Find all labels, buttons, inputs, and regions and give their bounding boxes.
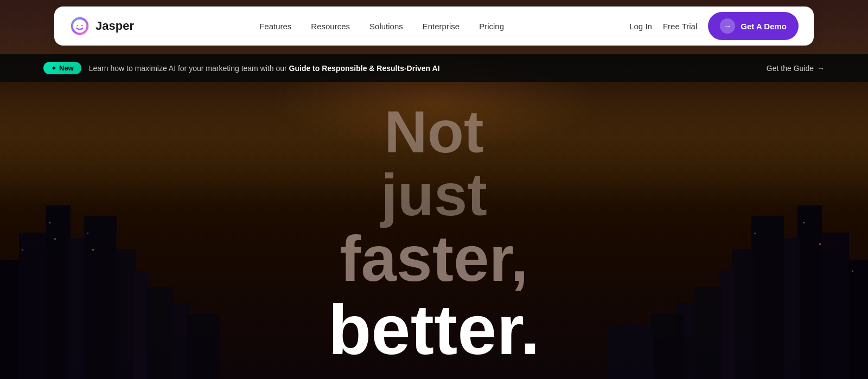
nav-links: Features Resources Solutions Enterprise … [259, 22, 504, 31]
hero-content: Not just faster, better. Jasper is an AI… [0, 79, 868, 379]
nav-pricing[interactable]: Pricing [479, 22, 504, 31]
get-guide-label: Get the Guide [767, 64, 814, 73]
arrow-right-icon: → [817, 64, 825, 73]
banner-text-prefix: Learn how to maximize AI for your market… [89, 64, 289, 73]
hero-line-3: faster, [328, 226, 540, 293]
nav-solutions[interactable]: Solutions [369, 22, 403, 31]
get-demo-button[interactable]: → Get A Demo [708, 12, 799, 40]
svg-point-33 [81, 25, 83, 27]
banner-text: Learn how to maximize AI for your market… [89, 64, 767, 73]
svg-point-30 [71, 17, 89, 35]
sparkle-icon: ✦ [51, 65, 56, 72]
svg-point-32 [76, 25, 78, 27]
free-trial-link[interactable]: Free Trial [663, 22, 697, 31]
get-demo-label: Get A Demo [741, 22, 787, 31]
navbar: Jasper Features Resources Solutions Ente… [54, 7, 814, 46]
demo-arrow-icon: → [720, 18, 735, 34]
hero-line-4: better. [328, 293, 540, 367]
banner-text-bold: Guide to Responsible & Results-Driven AI [289, 64, 440, 73]
login-link[interactable]: Log In [629, 22, 652, 31]
hero-line-1: Not [328, 100, 540, 163]
new-badge-label: New [59, 64, 74, 72]
new-badge: ✦ New [43, 62, 81, 74]
hero-title: Not just faster, better. [328, 100, 540, 367]
brand-name: Jasper [95, 19, 134, 33]
nav-resources[interactable]: Resources [311, 22, 350, 31]
announcement-banner: ✦ New Learn how to maximize AI for your … [0, 54, 868, 82]
nav-right: Log In Free Trial → Get A Demo [629, 12, 799, 40]
logo[interactable]: Jasper [69, 16, 134, 36]
jasper-logo-icon [69, 16, 90, 36]
nav-enterprise[interactable]: Enterprise [423, 22, 459, 31]
hero-line-2: just [328, 163, 540, 226]
nav-features[interactable]: Features [259, 22, 291, 31]
get-guide-link[interactable]: Get the Guide → [767, 64, 825, 73]
